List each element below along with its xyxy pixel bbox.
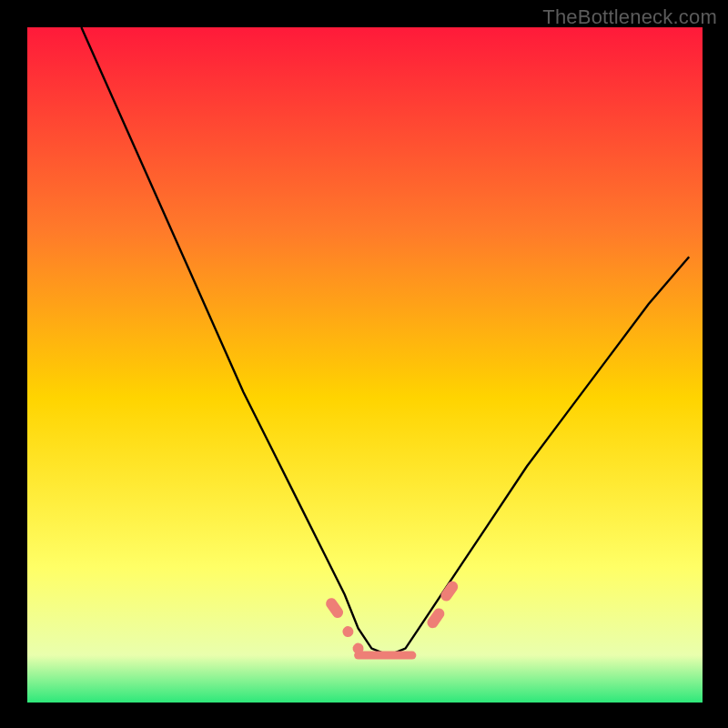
watermark-text: TheBottleneck.com [542,5,717,29]
bottleneck-plot [0,0,728,728]
plot-background [27,27,703,703]
chart-stage: TheBottleneck.com [0,0,728,728]
